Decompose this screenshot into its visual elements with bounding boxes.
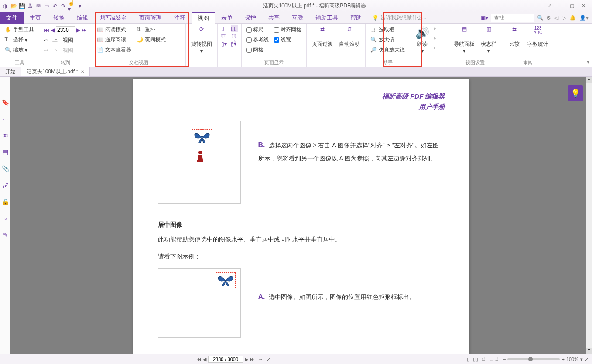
open-icon[interactable]: 📂 <box>10 3 17 10</box>
continuous-icon[interactable]: ⿻ <box>221 33 228 40</box>
bookmark-icon[interactable]: ▭ <box>43 3 50 10</box>
tags-icon[interactable]: ✎ <box>2 231 10 239</box>
skin-icon[interactable]: ▣▾ <box>481 15 488 21</box>
redo-icon[interactable]: ↷ <box>60 3 67 10</box>
view-mode-3-icon[interactable]: ⿻ <box>482 357 486 362</box>
zoom-out-icon[interactable]: − <box>503 357 506 362</box>
zoom-in-icon[interactable]: + <box>561 357 564 362</box>
last-page-icon[interactable]: ⏭ <box>250 357 255 362</box>
coverpage-icon[interactable]: ▯▾ <box>231 41 238 48</box>
tab-pagemgmt[interactable]: 页面管理 <box>133 12 168 24</box>
user-icon[interactable]: 👤▾ <box>579 15 589 21</box>
read-opt2-icon[interactable]: ▸ <box>434 35 441 42</box>
tab-accessibility[interactable]: 辅助工具 <box>309 12 344 24</box>
zoom-tool[interactable]: 🔍缩放▾ <box>3 45 35 54</box>
loupe[interactable]: 🔎仿真放大镜 <box>369 45 406 54</box>
tab-view[interactable]: 视图 <box>192 12 215 24</box>
bell-icon[interactable]: 🔔 <box>569 15 576 21</box>
hand-icon[interactable]: ☝▾ <box>68 3 75 10</box>
min-ribbon-icon[interactable]: ⤢ <box>546 3 553 10</box>
search-icon[interactable]: 🔍 <box>537 15 544 21</box>
close-tab-icon[interactable]: ✕ <box>81 69 84 74</box>
security-icon[interactable]: 🔒 <box>2 198 10 206</box>
zoom-slider[interactable] <box>507 358 560 360</box>
scroll-down-icon[interactable]: ▼ <box>586 348 592 354</box>
nav-first[interactable]: ⏮◀▶⏭ <box>43 25 88 35</box>
word-count[interactable]: 123ABC字数统计 <box>526 25 550 48</box>
snap-check[interactable]: 对齐网格 <box>273 25 303 34</box>
page-input[interactable] <box>56 26 75 34</box>
fit-width-icon[interactable]: ↔ <box>258 357 263 362</box>
tab-edit[interactable]: 编辑 <box>71 12 94 24</box>
page-jump-input[interactable] <box>208 356 243 363</box>
email-icon[interactable]: ✉ <box>35 3 42 10</box>
tab-share[interactable]: 共享 <box>262 12 286 24</box>
tab-comment[interactable]: 注释 <box>168 12 192 24</box>
read-opt1-icon[interactable]: ▸ <box>434 25 441 32</box>
reflow[interactable]: ⇅重排 <box>135 25 167 34</box>
marquee-zoom[interactable]: ⬚选取框 <box>369 25 406 34</box>
view-mode-2-icon[interactable]: ▯▯ <box>473 357 478 362</box>
bookmarks-icon[interactable]: 🔖 <box>2 99 10 106</box>
minimize-icon[interactable]: — <box>557 3 564 10</box>
tab-fillsign[interactable]: 填写&签名 <box>94 12 133 24</box>
hint-bulb[interactable]: 💡 <box>568 85 583 101</box>
nav-fwd-icon[interactable]: ▷ <box>562 15 566 21</box>
nav-panels[interactable]: ▤导航面板▾ <box>452 25 476 55</box>
search-input[interactable] <box>491 14 534 22</box>
rotate-view[interactable]: ⟳旋转视图▾ <box>189 25 214 55</box>
close-icon[interactable]: ✕ <box>580 3 587 10</box>
reverse-reading[interactable]: 📖逆序阅读 <box>96 35 133 44</box>
nav-back-icon[interactable]: ◁ <box>554 15 558 21</box>
save-icon[interactable]: 💾 <box>18 3 25 10</box>
prev-page-icon[interactable]: ◀ <box>203 357 206 362</box>
attachments-icon[interactable]: 📎 <box>2 165 10 173</box>
articles-icon[interactable]: ▫ <box>2 214 10 222</box>
qat-more-icon[interactable]: ▾ <box>76 3 83 10</box>
maximize-icon[interactable]: ▢ <box>568 3 575 10</box>
comments-icon[interactable]: ▤ <box>2 148 10 156</box>
tab-convert[interactable]: 转换 <box>47 12 71 24</box>
status-bar-toggle[interactable]: ▥状态栏▾ <box>479 25 498 55</box>
doctab-start[interactable]: 开始 <box>0 67 21 76</box>
night-mode[interactable]: 🌙夜间模式 <box>135 35 167 44</box>
view-mode-4-icon[interactable]: ⿻⿻ <box>490 357 500 362</box>
tab-connect[interactable]: 互联 <box>286 12 309 24</box>
tab-home[interactable]: 主页 <box>24 12 47 24</box>
two-page-icon[interactable]: ▯▯ <box>231 25 238 32</box>
vertical-scrollbar[interactable]: ▲ ▼ <box>586 77 592 354</box>
auto-scroll[interactable]: ⇵自动滚动 <box>337 25 362 48</box>
page-transition[interactable]: ⇄页面过渡 <box>310 25 335 48</box>
next-page-icon[interactable]: ▶ <box>245 357 248 362</box>
doctab-file[interactable]: 活页夹100M以上.pdf *✕ <box>21 67 90 76</box>
next-view[interactable]: ⤻下一视图 <box>43 46 88 55</box>
layers-icon[interactable]: ≋ <box>2 132 10 139</box>
read-aloud[interactable]: 🔊朗读▾ <box>414 25 431 55</box>
guides-check[interactable]: 参考线 <box>245 35 270 44</box>
facing-icon[interactable]: ▯▾ <box>221 41 228 48</box>
scroll-up-icon[interactable]: ▲ <box>586 77 592 83</box>
select-tool[interactable]: Ꭲ选择▾ <box>3 35 35 44</box>
grid-check[interactable]: 网格 <box>245 45 270 54</box>
ribbon-collapse-icon[interactable]: ▾ <box>587 59 589 65</box>
compare[interactable]: ⇆比较 <box>506 25 523 48</box>
hand-tool[interactable]: ✋手型工具 <box>3 25 35 34</box>
single-page-icon[interactable]: ▯ <box>221 25 228 32</box>
tab-form[interactable]: 表单 <box>215 12 239 24</box>
first-page-icon[interactable]: ⏮ <box>196 357 201 362</box>
tab-help[interactable]: 帮助 <box>344 12 368 24</box>
read-opt3-icon[interactable]: ▸ <box>434 44 441 51</box>
print-icon[interactable]: 🖶 <box>27 3 34 10</box>
fullscreen-icon[interactable]: ⤢ <box>585 357 589 362</box>
fit-page-icon[interactable]: ⤢ <box>267 357 270 362</box>
tab-protect[interactable]: 保护 <box>239 12 262 24</box>
view-mode-1-icon[interactable]: ▯ <box>467 357 469 362</box>
signatures-icon[interactable]: 🖊 <box>2 181 10 189</box>
magnifier[interactable]: 🔍放大镜 <box>369 35 406 44</box>
file-menu[interactable]: 文件 <box>0 12 24 24</box>
tell-me[interactable]: 💡告诉我您想做什么... <box>372 14 427 21</box>
gear-icon[interactable]: ⚙ <box>546 15 551 21</box>
page-canvas[interactable]: 福昕高级 PDF 编辑器 用户手册 B.选择这两个图像 > 右击 A 图像并选择… <box>10 77 592 354</box>
two-cont-icon[interactable]: ⿻⿻ <box>231 33 238 40</box>
prev-view[interactable]: ⤺上一视图 <box>43 36 88 45</box>
